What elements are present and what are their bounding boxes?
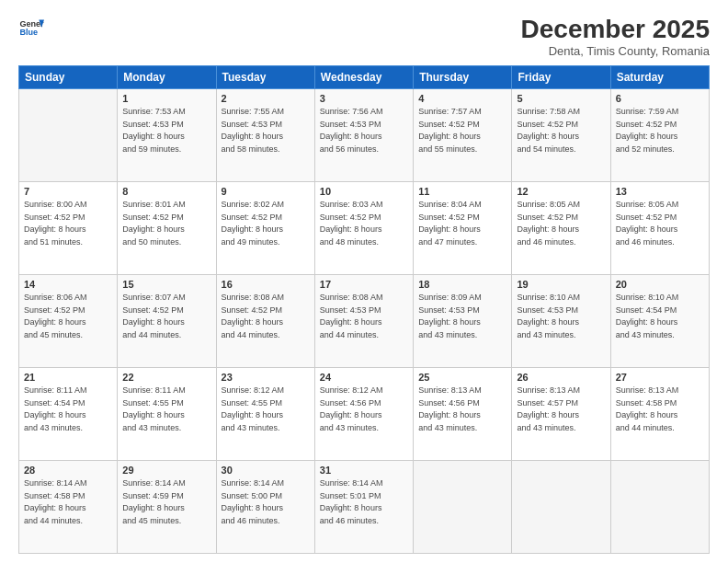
day-number: 9 [222, 186, 310, 197]
day-number: 30 [222, 465, 310, 476]
day-number: 31 [320, 465, 408, 476]
day-cell: 1Sunrise: 7:53 AMSunset: 4:53 PMDaylight… [118, 89, 216, 182]
day-cell: 23Sunrise: 8:12 AMSunset: 4:55 PMDayligh… [216, 368, 314, 461]
day-number: 3 [320, 93, 408, 104]
header-cell-thursday: Thursday [414, 66, 512, 89]
day-info: Sunrise: 8:03 AMSunset: 4:52 PMDaylight:… [320, 199, 408, 248]
day-cell: 16Sunrise: 8:08 AMSunset: 4:52 PMDayligh… [216, 275, 314, 368]
day-cell: 22Sunrise: 8:11 AMSunset: 4:55 PMDayligh… [118, 368, 216, 461]
day-info: Sunrise: 7:53 AMSunset: 4:53 PMDaylight:… [122, 106, 210, 155]
header-cell-friday: Friday [512, 66, 610, 89]
day-cell: 18Sunrise: 8:09 AMSunset: 4:53 PMDayligh… [414, 275, 512, 368]
day-number: 11 [418, 186, 506, 197]
title-area: December 2025 Denta, Timis County, Roman… [521, 15, 710, 58]
header-cell-tuesday: Tuesday [216, 66, 314, 89]
day-info: Sunrise: 8:14 AMSunset: 4:59 PMDaylight:… [122, 477, 210, 527]
day-number: 17 [320, 279, 408, 290]
day-number: 29 [122, 465, 210, 476]
calendar-header: SundayMondayTuesdayWednesdayThursdayFrid… [19, 66, 710, 89]
header-row: SundayMondayTuesdayWednesdayThursdayFrid… [19, 66, 710, 89]
day-cell: 12Sunrise: 8:05 AMSunset: 4:52 PMDayligh… [512, 182, 610, 275]
day-cell: 10Sunrise: 8:03 AMSunset: 4:52 PMDayligh… [314, 182, 413, 275]
day-cell: 8Sunrise: 8:01 AMSunset: 4:52 PMDaylight… [118, 182, 216, 275]
day-cell: 17Sunrise: 8:08 AMSunset: 4:53 PMDayligh… [314, 275, 413, 368]
day-info: Sunrise: 8:12 AMSunset: 4:56 PMDaylight:… [320, 385, 408, 434]
day-cell: 25Sunrise: 8:13 AMSunset: 4:56 PMDayligh… [414, 368, 512, 461]
day-number: 10 [320, 186, 408, 197]
week-row-1: 1Sunrise: 7:53 AMSunset: 4:53 PMDaylight… [19, 89, 710, 182]
svg-text:Blue: Blue [19, 28, 38, 37]
day-cell [610, 461, 709, 554]
day-number: 23 [222, 372, 310, 383]
day-info: Sunrise: 8:01 AMSunset: 4:52 PMDaylight:… [122, 199, 210, 248]
day-cell: 3Sunrise: 7:56 AMSunset: 4:53 PMDaylight… [314, 89, 413, 182]
calendar-table: SundayMondayTuesdayWednesdayThursdayFrid… [18, 65, 710, 554]
day-number: 2 [222, 93, 310, 104]
week-row-5: 28Sunrise: 8:14 AMSunset: 4:58 PMDayligh… [19, 461, 710, 554]
day-info: Sunrise: 8:13 AMSunset: 4:58 PMDaylight:… [616, 385, 704, 434]
day-info: Sunrise: 7:59 AMSunset: 4:52 PMDaylight:… [616, 106, 704, 155]
day-cell: 28Sunrise: 8:14 AMSunset: 4:58 PMDayligh… [19, 461, 118, 554]
day-info: Sunrise: 7:55 AMSunset: 4:53 PMDaylight:… [222, 106, 310, 155]
day-number: 7 [24, 186, 112, 197]
day-number: 28 [24, 465, 112, 476]
day-info: Sunrise: 8:14 AMSunset: 5:01 PMDaylight:… [320, 477, 408, 527]
day-info: Sunrise: 7:57 AMSunset: 4:52 PMDaylight:… [418, 106, 506, 155]
day-info: Sunrise: 8:14 AMSunset: 4:58 PMDaylight:… [24, 477, 112, 527]
day-number: 15 [122, 279, 210, 290]
day-info: Sunrise: 8:04 AMSunset: 4:52 PMDaylight:… [418, 199, 506, 248]
header-cell-monday: Monday [118, 66, 216, 89]
day-cell: 4Sunrise: 7:57 AMSunset: 4:52 PMDaylight… [414, 89, 512, 182]
header-cell-wednesday: Wednesday [314, 66, 413, 89]
day-number: 21 [24, 372, 112, 383]
day-info: Sunrise: 8:08 AMSunset: 4:53 PMDaylight:… [320, 292, 408, 341]
day-info: Sunrise: 8:13 AMSunset: 4:57 PMDaylight:… [517, 385, 605, 434]
day-number: 26 [517, 372, 605, 383]
day-cell: 9Sunrise: 8:02 AMSunset: 4:52 PMDaylight… [216, 182, 314, 275]
day-info: Sunrise: 8:02 AMSunset: 4:52 PMDaylight:… [222, 199, 310, 248]
day-number: 16 [222, 279, 310, 290]
day-cell: 14Sunrise: 8:06 AMSunset: 4:52 PMDayligh… [19, 275, 118, 368]
header-cell-saturday: Saturday [610, 66, 709, 89]
logo-icon: General Blue [18, 15, 44, 40]
calendar-body: 1Sunrise: 7:53 AMSunset: 4:53 PMDaylight… [19, 89, 710, 554]
day-number: 24 [320, 372, 408, 383]
day-info: Sunrise: 8:09 AMSunset: 4:53 PMDaylight:… [418, 292, 506, 341]
day-number: 6 [616, 93, 704, 104]
day-number: 8 [122, 186, 210, 197]
day-number: 13 [616, 186, 704, 197]
day-number: 22 [122, 372, 210, 383]
day-info: Sunrise: 8:11 AMSunset: 4:54 PMDaylight:… [24, 385, 112, 434]
week-row-3: 14Sunrise: 8:06 AMSunset: 4:52 PMDayligh… [19, 275, 710, 368]
day-info: Sunrise: 8:10 AMSunset: 4:53 PMDaylight:… [517, 292, 605, 341]
day-cell: 2Sunrise: 7:55 AMSunset: 4:53 PMDaylight… [216, 89, 314, 182]
day-cell: 21Sunrise: 8:11 AMSunset: 4:54 PMDayligh… [19, 368, 118, 461]
day-cell: 29Sunrise: 8:14 AMSunset: 4:59 PMDayligh… [118, 461, 216, 554]
day-info: Sunrise: 8:14 AMSunset: 5:00 PMDaylight:… [222, 477, 310, 527]
day-cell [414, 461, 512, 554]
day-number: 1 [122, 93, 210, 104]
main-title: December 2025 [521, 15, 710, 44]
day-number: 18 [418, 279, 506, 290]
logo: General Blue [18, 15, 44, 40]
day-cell: 6Sunrise: 7:59 AMSunset: 4:52 PMDaylight… [610, 89, 709, 182]
day-info: Sunrise: 8:08 AMSunset: 4:52 PMDaylight:… [222, 292, 310, 341]
day-cell: 5Sunrise: 7:58 AMSunset: 4:52 PMDaylight… [512, 89, 610, 182]
day-cell: 24Sunrise: 8:12 AMSunset: 4:56 PMDayligh… [314, 368, 413, 461]
day-cell: 26Sunrise: 8:13 AMSunset: 4:57 PMDayligh… [512, 368, 610, 461]
day-number: 4 [418, 93, 506, 104]
day-cell: 13Sunrise: 8:05 AMSunset: 4:52 PMDayligh… [610, 182, 709, 275]
header-cell-sunday: Sunday [19, 66, 118, 89]
day-info: Sunrise: 7:56 AMSunset: 4:53 PMDaylight:… [320, 106, 408, 155]
day-cell [19, 89, 118, 182]
day-info: Sunrise: 8:07 AMSunset: 4:52 PMDaylight:… [122, 292, 210, 341]
day-cell: 27Sunrise: 8:13 AMSunset: 4:58 PMDayligh… [610, 368, 709, 461]
day-cell: 20Sunrise: 8:10 AMSunset: 4:54 PMDayligh… [610, 275, 709, 368]
day-number: 25 [418, 372, 506, 383]
week-row-4: 21Sunrise: 8:11 AMSunset: 4:54 PMDayligh… [19, 368, 710, 461]
page: General Blue December 2025 Denta, Timis … [0, 0, 728, 563]
week-row-2: 7Sunrise: 8:00 AMSunset: 4:52 PMDaylight… [19, 182, 710, 275]
day-info: Sunrise: 8:11 AMSunset: 4:55 PMDaylight:… [122, 385, 210, 434]
day-number: 14 [24, 279, 112, 290]
day-number: 12 [517, 186, 605, 197]
